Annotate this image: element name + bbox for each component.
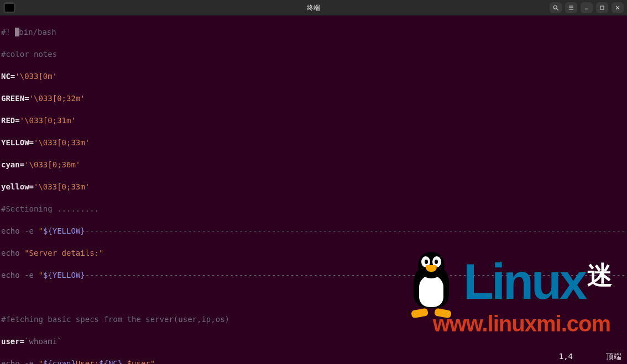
new-tab-button[interactable] [3, 2, 15, 13]
code-line: #Sectioning ......... [1, 203, 626, 214]
vim-scroll-region: 顶端 [606, 351, 621, 362]
code-line: echo -e "${cyan}User:${NC} $user" [1, 358, 626, 364]
code-line: echo "Server details:" [1, 247, 626, 259]
code-line: cyan='\033[0;36m' [1, 159, 626, 170]
code-line: echo -e "${YELLOW}----------------------… [1, 225, 626, 236]
code-line: YELLOW='\033[0;33m' [1, 137, 626, 148]
svg-rect-0 [5, 4, 14, 12]
code-line: #! bin/bash [1, 27, 626, 38]
code-line: GREEN='\033[0;32m' [1, 93, 626, 104]
vim-status-bar: 1,4 顶端 [559, 351, 621, 362]
code-line: #color notes [1, 49, 626, 60]
code-line: user=`whoami` [1, 336, 626, 347]
search-icon [552, 4, 559, 11]
vim-cursor-position: 1,4 [559, 351, 573, 362]
code-line: echo -e "${YELLOW}----------------------… [1, 270, 626, 281]
terminal-viewport[interactable]: #! bin/bash #color notes NC='\033[0m' GR… [0, 15, 627, 364]
minimize-icon [583, 4, 590, 11]
code-line: #fetching basic specs from the server(us… [1, 314, 626, 325]
window-titlebar: 终端 [0, 0, 627, 15]
window-title: 终端 [307, 3, 320, 13]
svg-line-4 [557, 9, 558, 10]
svg-rect-9 [600, 6, 604, 9]
close-button[interactable] [612, 2, 624, 13]
close-icon [614, 4, 621, 11]
search-button[interactable] [550, 2, 562, 13]
code-line: RED='\033[0;31m' [1, 115, 626, 126]
minimize-button[interactable] [581, 2, 593, 13]
code-line: NC='\033[0m' [1, 71, 626, 82]
maximize-button[interactable] [596, 2, 608, 13]
code-line [1, 292, 626, 303]
hamburger-icon [568, 4, 574, 11]
new-tab-icon [3, 2, 15, 14]
hamburger-menu-button[interactable] [565, 2, 577, 13]
svg-point-3 [553, 6, 557, 9]
maximize-icon [599, 4, 605, 11]
code-line: yellow='\033[0;33m' [1, 181, 626, 192]
